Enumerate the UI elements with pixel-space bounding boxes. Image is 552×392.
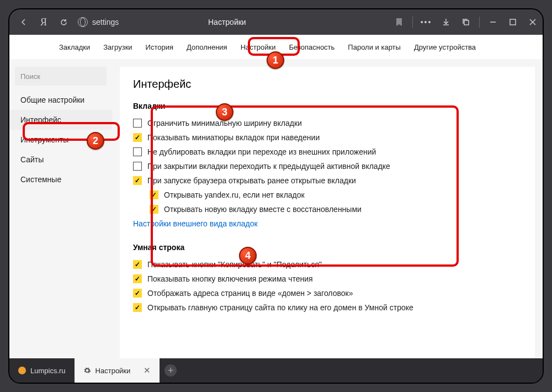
option-row[interactable]: Ограничить минимальную ширину вкладки [133,116,522,130]
tab-settings[interactable]: Настройки [234,40,283,55]
titlebar: Я settings Настройки ••• [9,9,543,35]
browser-tab-settings[interactable]: Настройки ✕ [75,358,160,383]
option-label: При закрытии вкладки переходить к предыд… [147,162,390,171]
option-row[interactable]: Показывать кнопку включения режима чтени… [133,272,522,286]
sidebar: Поиск Общие настройки Интерфейс Инструме… [9,59,112,358]
tab-passwords[interactable]: Пароли и карты [341,40,407,55]
sidebar-item-tools[interactable]: Инструменты [9,130,112,150]
option-row[interactable]: При запуске браузера открывать ранее отк… [133,173,522,188]
option-row[interactable]: Не дублировать вкладки при переходе из в… [133,145,522,159]
new-tab-button[interactable]: + [160,358,182,383]
page-title: Настройки [208,9,246,35]
checkbox[interactable] [133,147,142,156]
option-label: Открывать новую вкладку вместе с восстан… [164,205,362,214]
main-heading: Интерфейс [133,78,522,91]
checkbox[interactable] [133,303,142,312]
main-panel: Интерфейс Вкладки Ограничить минимальную… [120,67,535,358]
search-placeholder: Поиск [20,72,40,81]
checkbox[interactable] [133,274,142,283]
option-label: Показывать кнопку включения режима чтени… [147,274,313,283]
checkbox[interactable] [133,289,142,298]
option-row[interactable]: Открывать yandex.ru, если нет вкладок [150,188,522,202]
minimize-button[interactable] [483,12,503,32]
tab-downloads[interactable]: Загрузки [97,40,139,55]
top-nav: Закладки Загрузки История Дополнения Нас… [9,35,543,59]
option-label: Не дублировать вкладки при переходе из в… [147,147,376,156]
section-tabs-title: Вкладки [133,102,522,110]
option-row[interactable]: Открывать главную страницу сайта по клик… [133,300,522,315]
option-label: Ограничить минимальную ширину вкладки [147,119,302,128]
bookmark-icon[interactable] [389,12,409,32]
sidebar-item-general[interactable]: Общие настройки [9,90,112,110]
option-label: При запуске браузера открывать ранее отк… [147,176,356,185]
close-button[interactable] [523,12,543,32]
tab-security[interactable]: Безопасность [282,40,341,55]
svg-rect-0 [464,20,469,25]
tab-bookmarks[interactable]: Закладки [52,40,97,55]
tab-bar: Lumpics.ru Настройки ✕ + [9,358,543,383]
option-label: Отображать адреса страниц в виде «домен … [147,289,353,298]
tab-history[interactable]: История [139,40,180,55]
section-smartbar-title: Умная строка [133,243,522,252]
sidebar-item-sites[interactable]: Сайты [9,150,112,169]
favicon-lumpics [18,367,26,374]
browser-tab-label: Lumpics.ru [30,367,66,375]
maximize-button[interactable] [503,12,523,32]
option-label: Открывать yandex.ru, если нет вкладок [164,190,305,199]
browser-tab-label: Настройки [95,367,131,375]
checkbox[interactable] [133,260,142,269]
menu-icon[interactable]: ••• [416,12,436,32]
gear-icon [83,367,91,374]
search-input[interactable]: Поиск [15,67,107,86]
tab-addons[interactable]: Дополнения [180,40,234,55]
option-label: Показывать кнопки "Копировать" и "Подели… [147,260,322,269]
option-row[interactable]: Показывать миниатюры вкладок при наведен… [133,130,522,145]
back-button[interactable] [14,12,34,32]
checkbox[interactable] [133,176,142,185]
address-text[interactable]: settings [92,18,119,27]
svg-rect-1 [510,19,516,25]
yandex-logo[interactable]: Я [34,12,54,32]
checkbox[interactable] [150,205,158,214]
browser-tab-lumpics[interactable]: Lumpics.ru [9,358,75,383]
site-icon [78,17,88,27]
checkbox[interactable] [133,133,142,142]
sidebar-item-interface[interactable]: Интерфейс [9,110,112,130]
option-row[interactable]: Показывать кнопки "Копировать" и "Подели… [133,257,522,272]
option-row[interactable]: Открывать новую вкладку вместе с восстан… [150,202,522,216]
option-label: Открывать главную страницу сайта по клик… [147,303,413,312]
reload-button[interactable] [54,12,73,32]
copy-icon[interactable] [456,12,476,32]
option-row[interactable]: Отображать адреса страниц в виде «домен … [133,286,522,300]
downloads-icon[interactable] [436,12,456,32]
checkbox[interactable] [150,190,158,199]
checkbox[interactable] [133,162,142,171]
close-tab-icon[interactable]: ✕ [144,365,151,375]
checkbox[interactable] [133,119,142,128]
tab-devices[interactable]: Другие устройства [407,40,482,55]
option-row[interactable]: При закрытии вкладки переходить к предыд… [133,159,522,173]
tabs-appearance-link[interactable]: Настройки внешнего вида вкладок [133,216,258,231]
sidebar-item-system[interactable]: Системные [9,169,112,189]
option-label: Показывать миниатюры вкладок при наведен… [147,133,320,142]
